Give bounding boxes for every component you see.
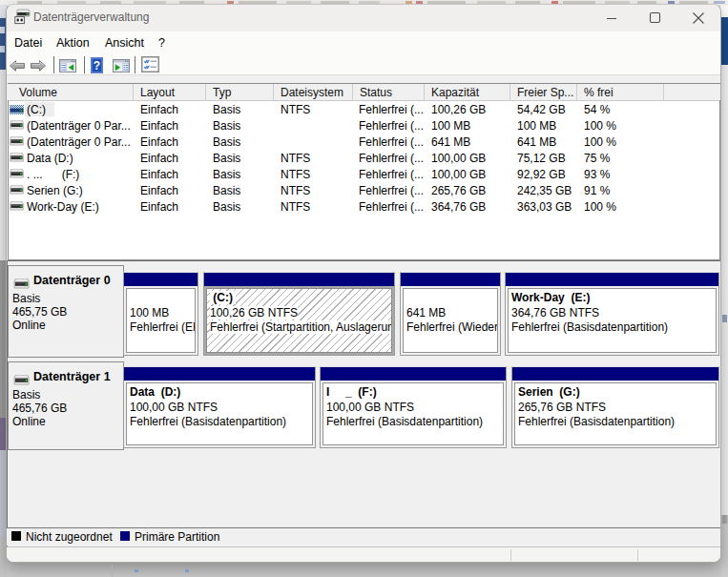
svg-text:?: ? xyxy=(94,59,100,72)
